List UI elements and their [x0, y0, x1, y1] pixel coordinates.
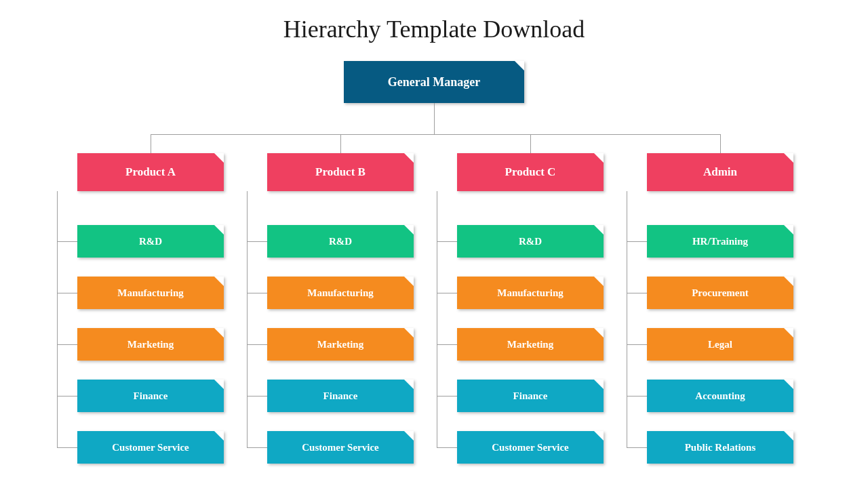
connector-line: [340, 134, 341, 153]
item-node: R&D: [457, 225, 604, 258]
item-node-label: Customer Service: [492, 442, 568, 453]
item-node: Procurement: [647, 277, 793, 309]
corner-notch: [404, 277, 414, 286]
category-node-label: Product A: [125, 165, 176, 179]
connector-line: [434, 103, 435, 134]
corner-notch: [214, 277, 224, 286]
item-node-label: Legal: [708, 339, 732, 350]
connector-line: [247, 293, 267, 293]
item-node-label: R&D: [519, 236, 542, 247]
item-node-label: Customer Service: [112, 442, 189, 453]
connector-line: [437, 396, 457, 396]
corner-notch: [784, 225, 793, 235]
corner-notch: [214, 431, 224, 441]
corner-notch: [784, 380, 793, 389]
corner-notch: [515, 61, 524, 70]
category-node: Product A: [77, 153, 224, 191]
item-node: Marketing: [77, 328, 224, 361]
item-node: Legal: [647, 328, 793, 361]
corner-notch: [404, 225, 414, 235]
item-node: Customer Service: [267, 431, 414, 464]
item-node: Manufacturing: [457, 277, 604, 309]
connector-line: [57, 241, 77, 242]
corner-notch: [784, 328, 793, 338]
item-node: Manufacturing: [77, 277, 224, 309]
item-node: R&D: [77, 225, 224, 258]
corner-notch: [404, 431, 414, 441]
corner-notch: [594, 380, 604, 389]
item-node-label: Finance: [134, 390, 168, 402]
connector-line: [627, 191, 627, 447]
connector-line: [627, 396, 647, 396]
item-node-label: HR/Training: [692, 236, 748, 247]
connector-line: [247, 344, 267, 345]
org-chart-canvas: General ManagerProduct AR&DManufacturing…: [0, 0, 868, 488]
root-node-label: General Manager: [388, 75, 480, 89]
connector-line: [151, 134, 720, 135]
item-node-label: Accounting: [695, 390, 745, 402]
corner-notch: [594, 431, 604, 441]
corner-notch: [404, 380, 414, 389]
item-node-label: Customer Service: [302, 442, 378, 453]
connector-line: [247, 447, 267, 448]
connector-line: [57, 447, 77, 448]
connector-line: [437, 447, 457, 448]
item-node: Marketing: [267, 328, 414, 361]
item-node: Public Relations: [647, 431, 793, 464]
corner-notch: [594, 225, 604, 235]
connector-line: [57, 396, 77, 396]
category-node: Product B: [267, 153, 414, 191]
corner-notch: [214, 225, 224, 235]
category-node: Product C: [457, 153, 604, 191]
corner-notch: [784, 431, 793, 441]
connector-line: [530, 134, 531, 153]
category-node-label: Product B: [315, 165, 366, 179]
connector-line: [720, 134, 721, 153]
item-node: Finance: [457, 380, 604, 412]
item-node-label: Marketing: [127, 339, 174, 350]
category-node: Admin: [647, 153, 793, 191]
connector-line: [57, 293, 77, 293]
corner-notch: [214, 328, 224, 338]
connector-line: [437, 293, 457, 293]
category-node-label: Admin: [703, 165, 737, 179]
corner-notch: [784, 277, 793, 286]
item-node: Manufacturing: [267, 277, 414, 309]
item-node-label: Marketing: [507, 339, 553, 350]
item-node: Finance: [267, 380, 414, 412]
connector-line: [151, 134, 151, 153]
corner-notch: [214, 380, 224, 389]
connector-line: [437, 191, 437, 447]
connector-line: [627, 447, 647, 448]
connector-line: [247, 191, 248, 447]
item-node-label: Finance: [323, 390, 358, 402]
corner-notch: [594, 328, 604, 338]
connector-line: [57, 344, 77, 345]
corner-notch: [404, 328, 414, 338]
item-node-label: Finance: [513, 390, 548, 402]
item-node-label: R&D: [329, 236, 352, 247]
item-node-label: Manufacturing: [117, 287, 184, 299]
connector-line: [627, 241, 647, 242]
item-node: Customer Service: [457, 431, 604, 464]
connector-line: [627, 344, 647, 345]
connector-line: [247, 241, 267, 242]
item-node-label: Manufacturing: [307, 287, 374, 299]
item-node: HR/Training: [647, 225, 793, 258]
corner-notch: [214, 153, 224, 163]
connector-line: [627, 293, 647, 293]
item-node: Customer Service: [77, 431, 224, 464]
item-node-label: Public Relations: [685, 442, 756, 453]
connector-line: [437, 241, 457, 242]
corner-notch: [594, 153, 604, 163]
item-node-label: Marketing: [317, 339, 363, 350]
item-node: Finance: [77, 380, 224, 412]
connector-line: [247, 396, 267, 396]
corner-notch: [594, 277, 604, 286]
item-node: Accounting: [647, 380, 793, 412]
connector-line: [57, 191, 58, 447]
root-node: General Manager: [344, 61, 524, 103]
item-node-label: R&D: [139, 236, 162, 247]
category-node-label: Product C: [505, 165, 556, 179]
connector-line: [437, 344, 457, 345]
